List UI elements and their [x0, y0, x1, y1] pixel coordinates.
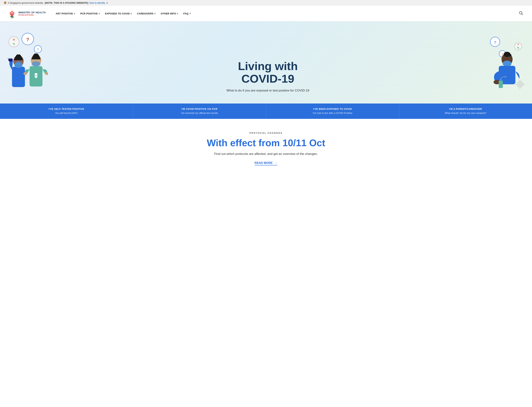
logo-singapore: SINGAPORE: [18, 14, 46, 16]
gov-banner-text: A Singapore government website.: [8, 1, 44, 4]
svg-rect-47: [499, 81, 503, 88]
staging-note: [NOTE: THIS IS A STAGING WEBSITE]: [45, 1, 88, 4]
protocol-title: With effect from 10/11 Oct: [8, 137, 524, 149]
svg-point-27: [23, 72, 27, 75]
svg-text:✕: ✕: [517, 43, 519, 46]
svg-line-9: [522, 14, 523, 15]
svg-text:?: ?: [494, 40, 496, 45]
svg-point-43: [508, 54, 511, 56]
svg-point-26: [31, 61, 40, 67]
quick-link-art-positive[interactable]: I'VE SELF-TESTED POSITIVE Via self test …: [0, 103, 133, 119]
svg-rect-22: [8, 58, 8, 59]
svg-text:🦠: 🦠: [13, 43, 15, 45]
svg-point-36: [517, 81, 523, 88]
svg-text:+: +: [35, 74, 37, 77]
svg-text:🦠: 🦠: [517, 47, 519, 49]
chevron-down-icon: ∨: [74, 13, 75, 15]
chevron-icon: ∨: [106, 1, 108, 4]
quick-link-1-desc: I've received my official test results: [137, 111, 262, 115]
logo-text: MINISTRY OF HEALTH SINGAPORE: [18, 11, 46, 16]
hero-left-figure: ✕ 🦠 ? ?: [8, 32, 48, 103]
svg-point-49: [505, 76, 506, 78]
svg-text:?: ?: [37, 48, 39, 51]
main-nav: ART POSITIVE ∨ PCR POSITIVE ∨ EXPOSED TO…: [53, 11, 517, 16]
hero-title: Living with COVID-19: [48, 60, 488, 85]
quick-link-2-desc: I've met or live with a COVID Positive: [270, 111, 395, 115]
nav-caregivers[interactable]: CAREGIVERS ∨: [134, 11, 158, 16]
nav-art-positive[interactable]: ART POSITIVE ∨: [53, 11, 77, 16]
logo-ministry: MINISTRY OF HEALTH: [18, 11, 46, 14]
quick-link-0-desc: Via self test kit (ART): [4, 111, 129, 115]
read-more-link[interactable]: READ MORE →: [254, 161, 278, 165]
svg-text:✕: ✕: [13, 38, 15, 42]
protocol-label: PROTOCOL CHANGES: [8, 132, 524, 134]
external-link-icon: ↗: [189, 12, 191, 15]
hero-section: ✕ 🦠 ? ?: [0, 22, 532, 103]
nav-pcr-positive[interactable]: PCR POSITIVE ∨: [78, 11, 102, 16]
protocol-section: PROTOCOL CHANGES With effect from 10/11 …: [0, 119, 532, 177]
search-button[interactable]: [517, 10, 524, 17]
lion-icon: 🦁: [4, 1, 7, 4]
svg-text:?: ?: [26, 37, 29, 42]
svg-rect-18: [12, 67, 25, 87]
read-more-text: READ MORE: [254, 161, 273, 165]
svg-point-44: [503, 61, 511, 67]
quick-link-exposed[interactable]: I'VE BEEN EXPOSED TO COVID I've met or l…: [266, 103, 399, 119]
quick-link-pcr-positive[interactable]: I'M COVID POSITIVE VIA PCR I've received…: [133, 103, 266, 119]
gov-banner: 🦁 A Singapore government website. [NOTE:…: [0, 0, 532, 6]
nav-exposed-to-covid[interactable]: EXPOSED TO COVID ∨: [102, 11, 134, 16]
quick-link-2-title: I'VE BEEN EXPOSED TO COVID: [270, 108, 395, 110]
svg-rect-48: [500, 79, 502, 81]
quick-link-3-title: I'M A PARENT/CAREGIVER: [403, 108, 528, 110]
arrow-icon: →: [275, 161, 278, 165]
chevron-down-icon: ∨: [99, 13, 100, 15]
hero-right-figure: ? ✕ 🦠 ?: [488, 32, 524, 103]
right-illustration: ? ✕ 🦠 ?: [488, 32, 524, 103]
quick-links-bar: I'VE SELF-TESTED POSITIVE Via self test …: [0, 103, 532, 119]
how-to-identify-link[interactable]: How to identify: [89, 1, 105, 4]
nav-faq[interactable]: FAQ ↗: [181, 11, 193, 16]
svg-point-5: [11, 11, 13, 14]
svg-point-19: [15, 62, 23, 68]
chevron-down-icon: ∨: [154, 13, 155, 15]
hero-subtitle: What to do if you are exposed or test po…: [48, 89, 488, 92]
quick-link-1-title: I'M COVID POSITIVE VIA PCR: [137, 108, 262, 110]
quick-link-0-title: I'VE SELF-TESTED POSITIVE: [4, 108, 129, 110]
nav-other-info[interactable]: OTHER INFO ∨: [158, 11, 181, 16]
header: MINISTRY OF HEALTH SINGAPORE ART POSITIV…: [0, 6, 532, 22]
chevron-down-icon: ∨: [131, 13, 132, 15]
quick-link-3-desc: What should I do for my care recipient?: [403, 111, 528, 115]
protocol-desc: Find out which protocols are affected, a…: [8, 152, 524, 156]
moh-logo: [8, 8, 17, 19]
chevron-down-icon: ∨: [177, 13, 178, 15]
hero-content: Living with COVID-19 What to do if you a…: [48, 60, 488, 103]
quick-link-caregiver[interactable]: I'M A PARENT/CAREGIVER What should I do …: [399, 103, 532, 119]
logo-link[interactable]: MINISTRY OF HEALTH SINGAPORE: [8, 8, 46, 19]
left-illustration: ✕ 🦠 ? ?: [8, 32, 48, 103]
